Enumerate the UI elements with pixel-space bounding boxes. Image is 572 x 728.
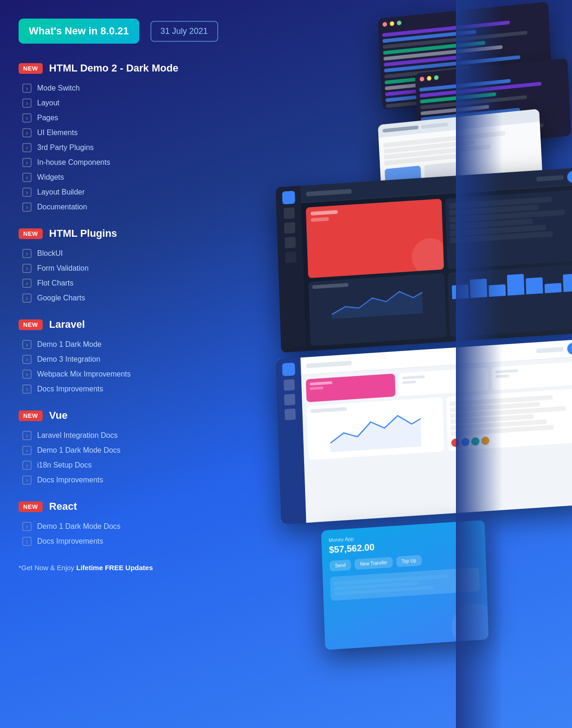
list-item[interactable]: 3rd Party Plugins — [22, 140, 228, 155]
list-item-label: Demo 1 Dark Mode Docs — [37, 522, 121, 531]
list-item[interactable]: Form Validation — [22, 261, 228, 276]
left-panel: What's New in 8.0.21 31 July 2021 NewHTM… — [0, 0, 246, 590]
chevron-icon — [22, 264, 32, 273]
list-item[interactable]: Docs Improvements — [22, 473, 228, 488]
chevron-icon — [22, 158, 32, 167]
list-item[interactable]: Docs Improvements — [22, 382, 228, 396]
list-item-label: Form Validation — [37, 264, 89, 273]
new-badge-html-demo: New — [19, 63, 43, 74]
list-item-label: UI Elements — [37, 129, 78, 137]
section-title-vue: Vue — [49, 410, 68, 422]
list-item[interactable]: Flot Charts — [22, 276, 228, 291]
chevron-icon — [22, 461, 32, 470]
svg-marker-0 — [331, 290, 422, 318]
item-list-laravel: Demo 1 Dark ModeDemo 3 IntegrationWebpac… — [19, 337, 228, 396]
section-title-react: React — [49, 500, 77, 513]
chevron-icon — [22, 113, 32, 123]
list-item[interactable]: i18n Setup Docs — [22, 458, 228, 473]
list-item[interactable]: Demo 1 Dark Mode Docs — [22, 443, 228, 458]
list-item-label: Documentation — [37, 203, 87, 211]
list-item-label: Docs Improvements — [37, 385, 103, 393]
chevron-icon — [22, 340, 32, 349]
chevron-icon — [22, 143, 32, 152]
new-badge-html-plugins: New — [19, 228, 43, 239]
footer-prefix: *Get Now & Enjoy — [19, 564, 76, 572]
list-item-label: Demo 1 Dark Mode — [37, 340, 102, 349]
section-title-html-plugins: HTML Plugins — [49, 228, 117, 240]
list-item[interactable]: Widgets — [22, 170, 228, 185]
section-header-laravel: NewLaravel — [19, 318, 228, 331]
item-list-vue: Laravel Integration DocsDemo 1 Dark Mode… — [19, 428, 228, 488]
chevron-icon — [22, 98, 32, 108]
section-html-demo: NewHTML Demo 2 - Dark ModeMode SwitchLay… — [19, 62, 228, 214]
list-item[interactable]: Mode Switch — [22, 81, 228, 96]
screenshot-mobile: Money App $57,562.00 Send New Transfer T… — [321, 520, 489, 650]
list-item-label: Flot Charts — [37, 279, 73, 287]
chevron-icon — [22, 370, 32, 379]
sections-container: NewHTML Demo 2 - Dark ModeMode SwitchLay… — [19, 62, 228, 549]
list-item[interactable]: Pages — [22, 110, 228, 125]
section-header-react: NewReact — [19, 500, 228, 513]
list-item[interactable]: Laravel Integration Docs — [22, 428, 228, 443]
chevron-icon — [22, 84, 32, 93]
chevron-icon — [22, 202, 32, 212]
list-item[interactable]: Layout Builder — [22, 185, 228, 200]
item-list-html-demo: Mode SwitchLayoutPagesUI Elements3rd Par… — [19, 81, 228, 214]
new-badge-laravel: New — [19, 319, 43, 330]
screenshot-stack: Money App $57,562.00 Send New Transfer T… — [228, 0, 572, 728]
chevron-icon — [22, 293, 32, 303]
list-item-label: Webpack Mix Improvements — [37, 370, 131, 378]
list-item-label: In-house Components — [37, 158, 110, 167]
section-laravel: NewLaravelDemo 1 Dark ModeDemo 3 Integra… — [19, 318, 228, 396]
list-item[interactable]: In-house Components — [22, 155, 228, 170]
list-item-label: Demo 3 Integration — [37, 355, 100, 364]
list-item-label: Pages — [37, 114, 58, 122]
list-item-label: Demo 1 Dark Mode Docs — [37, 446, 121, 455]
list-item-label: BlockUI — [37, 249, 63, 258]
screenshot-light-dashboard — [275, 339, 572, 524]
chevron-icon — [22, 522, 32, 531]
list-item[interactable]: Documentation — [22, 200, 228, 214]
svg-marker-1 — [330, 414, 422, 452]
whats-new-badge: What's New in 8.0.21 — [19, 19, 139, 44]
chevron-icon — [22, 537, 32, 546]
section-vue: NewVueLaravel Integration DocsDemo 1 Dar… — [19, 410, 228, 488]
new-badge-react: New — [19, 501, 43, 512]
list-item[interactable]: Google Charts — [22, 291, 228, 306]
list-item[interactable]: Demo 1 Dark Mode — [22, 337, 228, 352]
list-item[interactable]: Docs Improvements — [22, 534, 228, 549]
list-item-label: 3rd Party Plugins — [37, 143, 94, 152]
chevron-icon — [22, 128, 32, 137]
chevron-icon — [22, 188, 32, 197]
chevron-icon — [22, 279, 32, 288]
list-item[interactable]: Demo 3 Integration — [22, 352, 228, 367]
item-list-html-plugins: BlockUIForm ValidationFlot ChartsGoogle … — [19, 246, 228, 306]
list-item-label: Layout — [37, 99, 59, 107]
section-header-html-demo: NewHTML Demo 2 - Dark Mode — [19, 62, 228, 74]
footer-text: *Get Now & Enjoy Lifetime FREE Updates — [19, 564, 228, 572]
list-item-label: Layout Builder — [37, 188, 84, 196]
list-item-label: Docs Improvements — [37, 537, 103, 546]
section-title-laravel: Laravel — [49, 318, 85, 331]
section-html-plugins: NewHTML PluginsBlockUIForm ValidationFlo… — [19, 228, 228, 306]
section-header-html-plugins: NewHTML Plugins — [19, 228, 228, 240]
item-list-react: Demo 1 Dark Mode DocsDocs Improvements — [19, 519, 228, 549]
right-panel: Money App $57,562.00 Send New Transfer T… — [228, 0, 572, 728]
chevron-icon — [22, 173, 32, 182]
chevron-icon — [22, 355, 32, 364]
list-item[interactable]: Demo 1 Dark Mode Docs — [22, 519, 228, 534]
list-item[interactable]: Webpack Mix Improvements — [22, 367, 228, 382]
list-item[interactable]: UI Elements — [22, 125, 228, 140]
section-react: NewReactDemo 1 Dark Mode DocsDocs Improv… — [19, 500, 228, 549]
list-item-label: Laravel Integration Docs — [37, 431, 117, 440]
footer-bold: Lifetime FREE Updates — [76, 564, 153, 572]
list-item[interactable]: BlockUI — [22, 246, 228, 261]
chevron-icon — [22, 475, 32, 485]
screenshot-dark-dashboard — [275, 167, 572, 352]
header-row: What's New in 8.0.21 31 July 2021 — [19, 19, 228, 44]
list-item[interactable]: Layout — [22, 96, 228, 110]
chevron-icon — [22, 446, 32, 455]
date-badge: 31 July 2021 — [150, 21, 218, 42]
list-item-label: i18n Setup Docs — [37, 461, 91, 469]
list-item-label: Docs Improvements — [37, 476, 103, 484]
